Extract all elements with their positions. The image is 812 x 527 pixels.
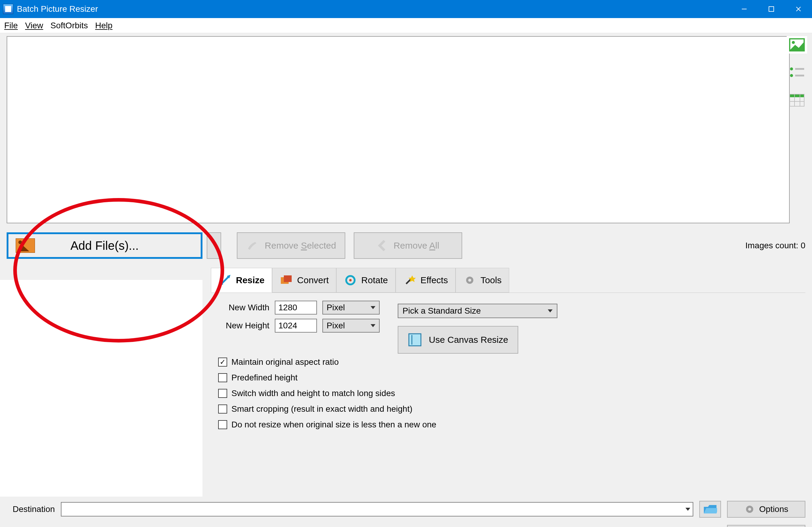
menubar: File View SoftOrbits Help [0,18,812,33]
browse-destination-button[interactable] [699,501,721,518]
convert-icon [280,274,293,287]
tab-effects[interactable]: Effects [396,268,455,292]
remove-selected-button[interactable]: Remove Selected [237,232,345,259]
svg-rect-9 [795,75,804,76]
height-unit-select[interactable]: Pixel [322,319,380,333]
view-thumbnails-button[interactable] [787,36,807,54]
predefined-height-checkbox[interactable]: Predefined height [218,373,806,382]
chevron-down-icon [371,306,375,309]
svg-point-31 [748,508,751,511]
app-icon [3,4,13,14]
chevron-down-icon [548,310,553,312]
options-button[interactable]: Options [727,501,806,518]
svg-point-21 [349,279,352,282]
gear-icon [463,274,476,287]
tab-rotate[interactable]: Rotate [336,268,395,292]
rotate-icon [344,274,357,287]
view-grid-button[interactable] [787,91,807,109]
svg-rect-10 [790,94,804,97]
svg-rect-7 [795,68,804,70]
view-list-button[interactable] [787,64,807,81]
destination-input[interactable] [61,502,693,516]
svg-point-6 [790,67,793,71]
tab-tools[interactable]: Tools [455,268,509,292]
new-height-input[interactable] [275,319,317,333]
minimize-button[interactable] [731,0,758,18]
maximize-button[interactable] [758,0,785,18]
svg-point-25 [468,279,471,282]
canvas-resize-button[interactable]: Use Canvas Resize [398,326,518,353]
tab-resize[interactable]: Resize [211,268,272,292]
smart-crop-checkbox[interactable]: Smart cropping (result in exact width an… [218,404,806,414]
svg-rect-19 [284,275,292,282]
brush-icon [246,240,258,252]
aspect-ratio-checkbox[interactable]: Maintain original aspect ratio [218,357,806,367]
svg-point-8 [790,74,793,77]
picture-icon [16,238,35,253]
switch-wh-checkbox[interactable]: Switch width and height to match long si… [218,389,806,398]
window-title: Batch Picture Resizer [17,4,731,14]
whitespace [0,280,202,497]
remove-all-button[interactable]: Remove All [354,232,462,259]
close-button[interactable] [785,0,812,18]
width-unit-select[interactable]: Pixel [322,301,380,315]
add-folder-button[interactable] [207,232,221,259]
titlebar: Batch Picture Resizer [0,0,812,18]
add-files-label: Add File(s)... [71,239,139,253]
svg-rect-26 [409,334,421,346]
chevron-down-icon [685,508,690,511]
wand-icon [403,274,416,287]
svg-point-5 [792,41,795,44]
no-resize-checkbox[interactable]: Do not resize when original size is less… [218,420,806,430]
chevron-down-icon [371,324,375,327]
image-preview-area[interactable] [6,36,790,223]
images-count-label: Images count: 0 [745,241,806,251]
new-width-label: New Width [218,303,270,312]
standard-size-select[interactable]: Pick a Standard Size [398,304,557,318]
tabs-header: Resize Convert Rotate Effects Tools [211,268,806,292]
folder-icon [703,504,717,515]
tab-convert[interactable]: Convert [272,268,336,292]
add-files-button[interactable]: Add File(s)... [6,232,202,259]
canvas-icon [408,333,422,347]
menu-view[interactable]: View [25,21,43,30]
svg-rect-1 [769,6,774,12]
resize-icon [218,274,232,287]
start-button[interactable]: Start [727,525,806,527]
menu-help[interactable]: Help [95,21,113,30]
gear-icon [744,504,755,515]
menu-file[interactable]: File [4,21,18,30]
new-height-label: New Height [218,321,270,330]
destination-label: Destination [13,505,55,514]
menu-softorbits[interactable]: SoftOrbits [50,21,88,30]
new-width-input[interactable] [275,301,317,315]
chevron-left-icon [377,240,387,252]
svg-line-15 [221,276,229,284]
